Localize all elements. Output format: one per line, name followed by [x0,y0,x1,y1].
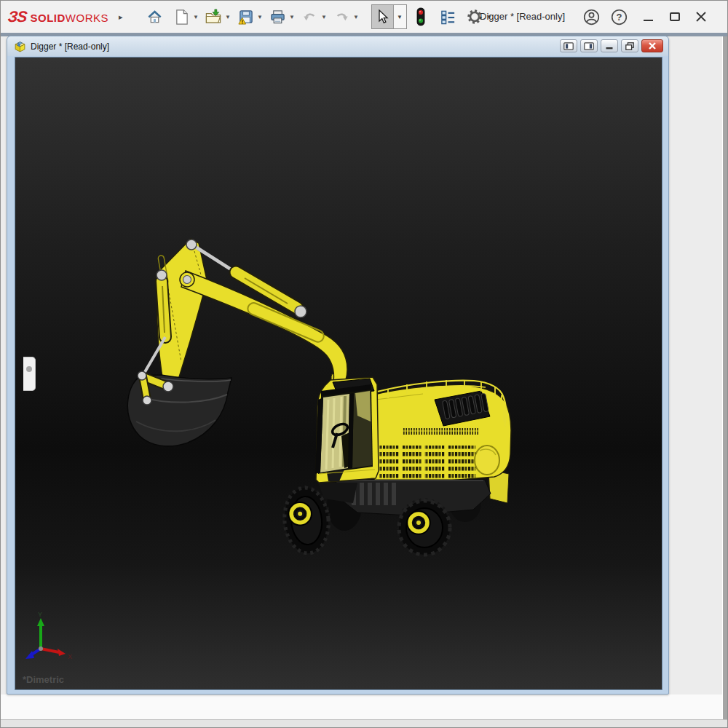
undo-dropdown[interactable]: ▼ [320,5,329,28]
save-dropdown[interactable]: ▼ [256,5,265,28]
document-titlebar[interactable]: Digger * [Read-only] [7,36,668,56]
new-document-icon [174,9,189,25]
print-dropdown[interactable]: ▼ [288,5,297,28]
printer-icon [269,9,286,25]
home-button[interactable] [145,5,165,28]
cursor-arrow-icon [375,9,389,25]
cab[interactable] [315,377,379,483]
new-document-button[interactable] [172,5,191,28]
document-window: Digger * [Read-only] [7,36,669,695]
help-button[interactable]: ? [609,7,628,26]
rebuild-indicator-button[interactable] [411,5,431,28]
graphics-viewport[interactable]: Y X *Dimetric [15,57,662,690]
user-circle-icon [582,8,601,26]
document-restore-button[interactable] [621,39,638,52]
triad-x-label: X [68,653,72,660]
brand-mark: ЗS [7,8,28,25]
svg-text:?: ? [616,12,622,23]
save-floppy-warning-icon [237,9,254,25]
maximize-icon [670,12,680,21]
minimize-icon [644,20,653,21]
orientation-triad: Y X [25,611,72,660]
brand-name-bold: SOLID [31,12,66,24]
open-button[interactable] [204,5,223,28]
brand-name-light: WORKS [66,12,108,24]
pane-left-icon [563,42,574,50]
print-button[interactable] [268,5,288,28]
boom-arm-assembly[interactable] [143,239,347,389]
triad-y-label: Y [38,611,42,618]
redo-arrow-icon [333,9,350,25]
solidworks-logo: ЗS SOLIDWORKS [8,8,108,25]
close-icon [648,41,657,50]
account-button[interactable] [582,7,601,26]
excavator-model[interactable]: Y X [15,58,662,690]
traffic-light-icon [414,7,427,26]
feature-pane-expand-handle[interactable] [23,357,36,391]
redo-button[interactable] [332,5,352,28]
close-button[interactable] [692,7,711,26]
restore-icon [625,42,634,50]
solidworks-window: ЗS SOLIDWORKS ▸ ▼ [0,0,728,728]
list-icon [440,9,456,25]
part-document-icon [14,40,26,52]
feature-list-button[interactable] [438,5,458,28]
expand-handle-dot-icon [26,366,32,372]
select-tool-button[interactable] [372,5,394,28]
redo-dropdown[interactable]: ▼ [352,5,361,28]
home-icon [146,9,163,25]
view-orientation-label: *Dimetric [23,674,64,685]
minimize-button[interactable] [638,7,657,26]
document-minimize-button[interactable] [601,39,618,52]
mdi-area: Digger * [Read-only] [1,36,727,719]
close-icon [695,11,707,23]
toolbar-buttons: ▼ ▼ ▼ [145,4,497,29]
main-toolbar: ЗS SOLIDWORKS ▸ ▼ [1,1,727,33]
show-left-pane-button[interactable] [560,39,577,52]
maximize-button[interactable] [665,7,684,26]
window-controls: ? [582,1,727,33]
new-document-dropdown[interactable]: ▼ [191,5,201,28]
document-window-controls [560,39,663,52]
select-tool-group: ▼ [371,4,407,29]
question-circle-icon: ? [610,8,628,26]
show-right-pane-button[interactable] [580,39,598,52]
open-dropdown[interactable]: ▼ [223,5,233,28]
open-folder-icon [205,9,222,25]
right-edge-strip [722,36,727,719]
mdi-lower-area [1,695,724,719]
minimize-icon [605,42,614,50]
menu-flyout-arrow-icon[interactable]: ▸ [119,12,123,22]
document-title: Digger * [Read-only] [31,41,109,52]
undo-button[interactable] [300,5,320,28]
pane-right-icon [584,42,594,50]
window-title: Digger * [Read-only] [480,11,565,22]
status-bar [1,719,727,728]
select-tool-dropdown[interactable]: ▼ [394,5,406,28]
document-close-button[interactable] [641,39,663,52]
undo-arrow-icon [301,9,318,25]
save-button[interactable] [236,5,256,28]
